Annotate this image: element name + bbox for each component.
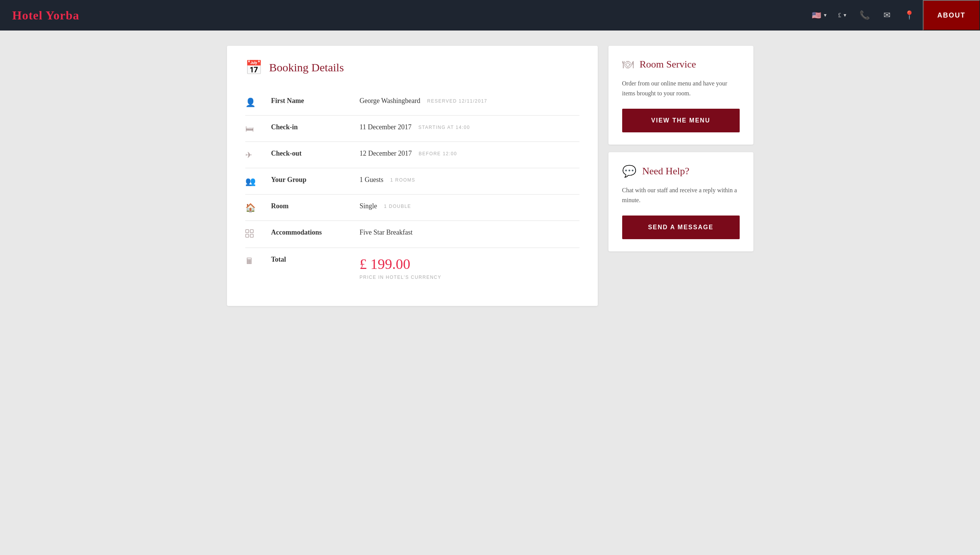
house-icon: 🏠 — [245, 202, 259, 213]
table-row: 👥 Your Group 1 Guests 1 ROOMS — [245, 168, 579, 195]
svg-rect-2 — [246, 234, 249, 237]
checkout-badge: BEFORE 12:00 — [418, 151, 457, 156]
row-value-checkout: 12 December 2017 BEFORE 12:00 — [360, 150, 457, 158]
reserved-badge: RESERVED 12/11/2017 — [427, 98, 488, 104]
table-row: 🖩 Total £ 199.00 PRICE IN HOTEL'S CURREN… — [245, 248, 579, 288]
svg-rect-0 — [246, 230, 249, 233]
svg-rect-3 — [250, 234, 253, 237]
room-service-description: Order from our online menu and have your… — [622, 79, 740, 98]
svg-rect-1 — [250, 230, 253, 233]
table-row: ✈ Check-out 12 December 2017 BEFORE 12:0… — [245, 142, 579, 168]
double-badge: 1 DOUBLE — [384, 204, 411, 209]
header-controls: 🇺🇸 ▼ £ ▼ 📞 ✉ 📍 ABOUT — [808, 0, 980, 31]
table-row: 🛏 Check-in 11 December 2017 STARTING AT … — [245, 116, 579, 142]
language-selector[interactable]: 🇺🇸 ▼ — [808, 8, 831, 22]
rooms-badge: 1 ROOMS — [390, 177, 415, 183]
total-amount: £ 199.00 — [360, 256, 441, 272]
fork-knife-icon: 🍽 — [622, 58, 634, 71]
table-row: 👤 First Name George Washingbeard RESERVE… — [245, 89, 579, 116]
location-icon[interactable]: 📍 — [899, 8, 920, 23]
chevron-down-icon: ▼ — [843, 13, 847, 18]
person-icon: 👤 — [245, 97, 259, 108]
row-value-total: £ 199.00 PRICE IN HOTEL'S CURRENCY — [360, 256, 441, 280]
table-row: Accommodations Five Star Breakfast — [245, 221, 579, 248]
need-help-title: Need Help? — [642, 166, 689, 177]
currency-symbol: £ — [838, 12, 841, 19]
room-service-title: Room Service — [640, 59, 696, 70]
booking-title: Booking Details — [269, 61, 344, 74]
plane-icon: ✈ — [245, 150, 259, 160]
send-message-button[interactable]: SEND A MESSAGE — [622, 216, 740, 239]
bed-icon: 🛏 — [245, 123, 259, 134]
room-service-card: 🍽 Room Service Order from our online men… — [608, 46, 753, 145]
sidebar: 🍽 Room Service Order from our online men… — [608, 46, 753, 306]
need-help-description: Chat with our staff and receive a reply … — [622, 185, 740, 205]
phone-icon[interactable]: 📞 — [854, 8, 875, 23]
group-icon: 👥 — [245, 176, 259, 187]
flag-icon: 🇺🇸 — [812, 11, 821, 20]
chevron-down-icon: ▼ — [823, 13, 827, 18]
row-value-room: Single 1 DOUBLE — [360, 202, 411, 210]
calendar-icon: 📅 — [245, 60, 262, 76]
row-label-room: Room — [271, 202, 348, 210]
table-row: 🏠 Room Single 1 DOUBLE — [245, 195, 579, 221]
accommodations-icon — [245, 228, 259, 240]
row-value-accommodations: Five Star Breakfast — [360, 228, 413, 236]
view-menu-button[interactable]: VIEW THE MENU — [622, 109, 740, 132]
mail-icon[interactable]: ✉ — [878, 8, 896, 23]
checkin-badge: STARTING AT 14:00 — [418, 125, 470, 130]
booking-card: 📅 Booking Details 👤 First Name George Wa… — [227, 46, 598, 306]
main-content: 📅 Booking Details 👤 First Name George Wa… — [204, 31, 776, 321]
price-currency-badge: PRICE IN HOTEL'S CURRENCY — [360, 275, 441, 280]
row-value-checkin: 11 December 2017 STARTING AT 14:00 — [360, 123, 470, 131]
booking-card-header: 📅 Booking Details — [245, 60, 579, 76]
total-icon: 🖩 — [245, 256, 259, 266]
room-service-header: 🍽 Room Service — [622, 58, 740, 71]
row-value-first-name: George Washingbeard RESERVED 12/11/2017 — [360, 97, 488, 105]
need-help-card: 💬 Need Help? Chat with our staff and rec… — [608, 152, 753, 251]
need-help-header: 💬 Need Help? — [622, 164, 740, 178]
row-label-first-name: First Name — [271, 97, 348, 105]
header: Hotel Yorba 🇺🇸 ▼ £ ▼ 📞 ✉ 📍 ABOUT — [0, 0, 980, 31]
logo: Hotel Yorba — [12, 8, 79, 23]
row-label-total: Total — [271, 256, 348, 264]
row-label-checkout: Check-out — [271, 150, 348, 158]
row-label-group: Your Group — [271, 176, 348, 184]
about-button[interactable]: ABOUT — [923, 0, 980, 31]
currency-selector[interactable]: £ ▼ — [834, 10, 851, 21]
chat-icon: 💬 — [622, 164, 636, 178]
row-label-accommodations: Accommodations — [271, 228, 348, 236]
row-label-checkin: Check-in — [271, 123, 348, 131]
row-value-group: 1 Guests 1 ROOMS — [360, 176, 415, 184]
